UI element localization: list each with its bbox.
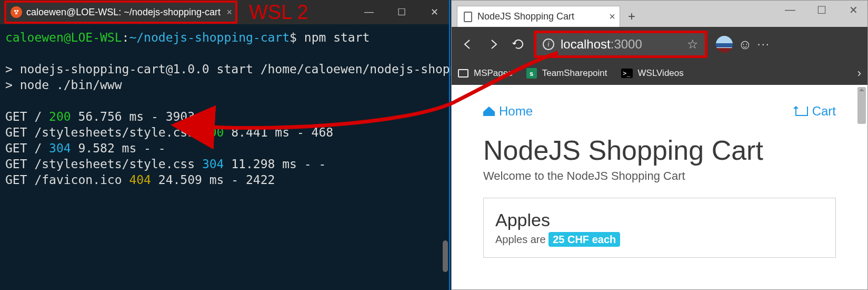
terminal-icon: >_ <box>621 69 633 78</box>
page-icon <box>464 12 472 22</box>
cart-icon <box>795 107 808 116</box>
home-link[interactable]: Home <box>483 104 533 119</box>
minimize-icon[interactable]: — <box>358 6 380 18</box>
log-2-pre: GET / <box>5 141 49 155</box>
prompt-path: ~/nodejs-shopping-cart <box>129 31 290 44</box>
forward-button[interactable] <box>483 34 503 54</box>
log-4-pre: GET /favicon.ico <box>5 173 129 187</box>
prompt-sym: $ <box>290 31 297 44</box>
bookmarks-more-icon[interactable]: › <box>857 66 861 80</box>
terminal-out-line2: > node ./bin/www <box>5 78 122 92</box>
minimize-icon[interactable]: — <box>782 4 798 16</box>
wsl-annotation: WSL 2 <box>249 1 308 24</box>
log-2-post: 9.582 ms - - <box>71 141 166 155</box>
browser-tab[interactable]: NodeJS Shopping Cart × <box>457 6 620 27</box>
bookmark-label: WSLVideos <box>638 68 684 79</box>
bookmark-label: MSPages <box>474 68 513 79</box>
browser-toolbar: i localhost:3000 ☆ ☺ ··· <box>452 27 867 62</box>
address-port: :3000 <box>611 37 642 51</box>
profile-avatar[interactable] <box>716 36 733 53</box>
prompt-sep: : <box>122 31 129 44</box>
sharepoint-icon: s <box>526 68 537 79</box>
log-0-status: 200 <box>49 110 71 123</box>
terminal-scrollbar[interactable] <box>443 240 448 272</box>
log-3-pre: GET /stylesheets/style.css <box>5 157 202 171</box>
info-icon[interactable]: i <box>543 38 554 50</box>
page-title: NodeJS Shopping Cart <box>483 134 836 166</box>
close-icon[interactable]: ✕ <box>424 6 445 18</box>
browser-tab-title: NodeJS Shopping Cart <box>477 11 574 22</box>
bookmark-label: TeamSharepoint <box>542 68 607 79</box>
terminal-tab-title: caloewen@LOE-WSL: ~/nodejs-shopping-cart <box>26 7 221 18</box>
log-3-post: 11.298 ms - - <box>224 157 326 171</box>
bookmark-wslvideos[interactable]: >_WSLVideos <box>621 68 684 79</box>
terminal-window: caloewen@LOE-WSL: ~/nodejs-shopping-cart… <box>0 0 450 290</box>
browser-window-controls: — ☐ ✕ <box>782 4 861 16</box>
maximize-icon[interactable]: ☐ <box>814 4 830 16</box>
menu-icon[interactable]: ··· <box>757 37 770 51</box>
log-3-status: 304 <box>202 157 224 171</box>
terminal-window-controls: — ☐ ✕ <box>358 6 445 18</box>
close-icon[interactable]: ✕ <box>845 4 861 16</box>
product-card: Apples Apples are 25 CHF each <box>483 198 836 258</box>
product-description: Apples are 25 CHF each <box>495 234 824 246</box>
cart-link[interactable]: Cart <box>795 104 836 119</box>
refresh-button[interactable] <box>508 34 528 54</box>
product-title: Apples <box>495 210 824 230</box>
back-button[interactable] <box>458 34 478 54</box>
terminal-cmd: npm start <box>304 31 370 44</box>
terminal-titlebar: caloewen@LOE-WSL: ~/nodejs-shopping-cart… <box>0 0 449 24</box>
ubuntu-icon <box>11 6 22 18</box>
price-badge: 25 CHF each <box>548 232 620 247</box>
bookmark-icon <box>458 69 468 78</box>
maximize-icon[interactable]: ☐ <box>391 6 412 18</box>
plus-icon: + <box>628 9 635 24</box>
bookmarks-bar: MSPages sTeamSharepoint >_WSLVideos › <box>452 62 867 85</box>
bookmark-mspages[interactable]: MSPages <box>458 68 513 79</box>
new-tab-button[interactable]: + <box>620 6 643 27</box>
terminal-out-line1: > nodejs-shopping-cart@1.0.0 start /home… <box>5 62 515 76</box>
feedback-icon[interactable]: ☺ <box>738 36 752 53</box>
address-text: localhost:3000 <box>561 37 681 52</box>
address-bar[interactable]: i localhost:3000 ☆ <box>534 31 707 58</box>
address-host: localhost <box>561 37 611 51</box>
bookmark-teamsharepoint[interactable]: sTeamSharepoint <box>526 68 607 79</box>
home-link-label: Home <box>499 104 533 119</box>
cart-link-label: Cart <box>812 104 836 119</box>
log-2-status: 304 <box>49 141 71 155</box>
log-0-pre: GET / <box>5 110 49 123</box>
log-4-post: 24.509 ms - 2422 <box>151 173 275 187</box>
browser-page[interactable]: Home Cart NodeJS Shopping Cart Welcome t… <box>452 85 867 289</box>
favorite-icon[interactable]: ☆ <box>687 37 699 52</box>
browser-tab-close-icon[interactable]: × <box>609 11 615 23</box>
prompt-user: caloewen@LOE-WSL <box>5 31 122 44</box>
terminal-body[interactable]: caloewen@LOE-WSL:~/nodejs-shopping-cart$… <box>0 24 449 290</box>
log-1-status: 200 <box>202 125 224 139</box>
page-nav: Home Cart <box>483 104 836 119</box>
page-scrollbar[interactable] <box>857 87 866 124</box>
home-icon <box>483 107 495 116</box>
page-subtitle: Welcome to the NodeJS Shopping Cart <box>483 169 836 183</box>
log-1-pre: GET /stylesheets/style.css <box>5 125 202 139</box>
product-desc-text: Apples are <box>495 234 548 245</box>
log-4-status: 404 <box>129 173 151 187</box>
log-0-post: 56.756 ms - 3903 <box>71 110 195 123</box>
browser-titlebar: NodeJS Shopping Cart × + — ☐ ✕ <box>452 1 867 27</box>
terminal-tab-close-icon[interactable]: × <box>226 7 232 18</box>
log-1-post: 8.441 ms - 468 <box>224 125 333 139</box>
terminal-tab[interactable]: caloewen@LOE-WSL: ~/nodejs-shopping-cart… <box>4 1 237 24</box>
browser-window: NodeJS Shopping Cart × + — ☐ ✕ i localho… <box>451 0 868 290</box>
